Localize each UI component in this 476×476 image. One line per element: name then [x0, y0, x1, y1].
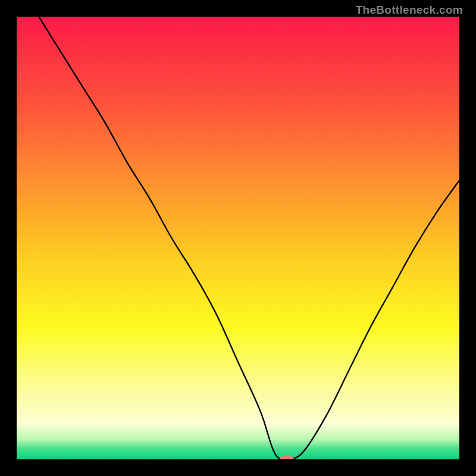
chart-background — [17, 17, 459, 459]
plot-area — [17, 17, 459, 459]
chart-container: TheBottleneck.com — [0, 0, 476, 476]
watermark-text: TheBottleneck.com — [356, 4, 463, 17]
chart-svg — [17, 17, 459, 459]
